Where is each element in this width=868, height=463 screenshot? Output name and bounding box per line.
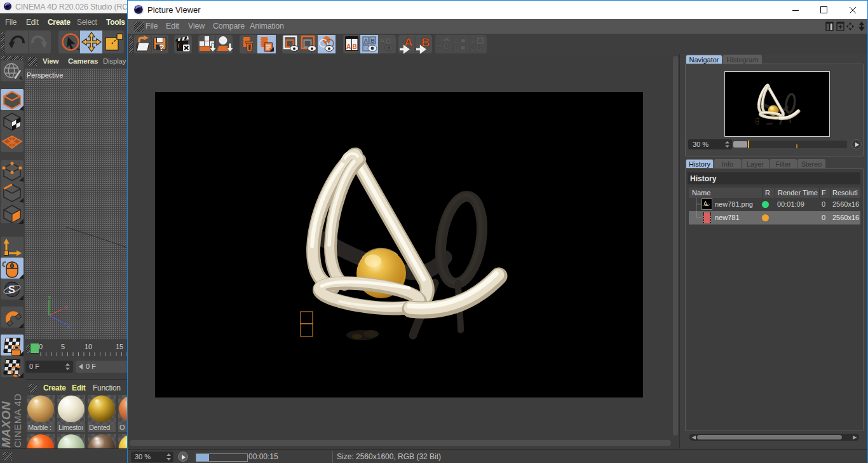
- svg-text:0: 0: [39, 343, 43, 350]
- svg-text:B: B: [477, 45, 482, 52]
- svg-text:10: 10: [85, 343, 92, 350]
- svg-text:B: B: [371, 38, 376, 44]
- svg-text:5: 5: [61, 343, 65, 350]
- svg-text:B: B: [353, 43, 357, 50]
- svg-text:X: X: [64, 305, 68, 310]
- svg-text:A: A: [346, 43, 351, 50]
- svg-text:A: A: [364, 38, 369, 44]
- svg-text:?: ?: [159, 43, 165, 53]
- svg-text:CINEMA 4D: CINEMA 4D: [12, 394, 23, 448]
- svg-text:15: 15: [116, 343, 123, 350]
- svg-text:Y: Y: [48, 294, 51, 300]
- svg-text:MAXON: MAXON: [0, 401, 13, 448]
- svg-text:Z: Z: [67, 324, 71, 329]
- svg-text:B: B: [444, 42, 449, 51]
- svg-text:1: 1: [471, 45, 475, 52]
- svg-text:A: A: [437, 41, 442, 50]
- svg-text:S: S: [8, 284, 15, 295]
- svg-text:B: B: [454, 45, 459, 52]
